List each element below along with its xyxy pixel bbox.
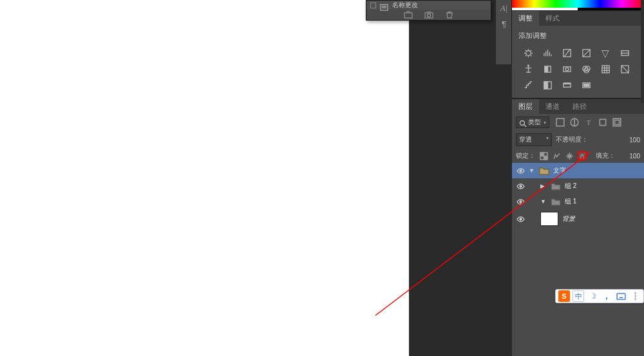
lock-position-icon[interactable] bbox=[565, 151, 574, 160]
punctuation-icon[interactable]: ， bbox=[601, 290, 612, 302]
document-icon bbox=[380, 2, 388, 9]
disclosure-triangle[interactable]: ▼ bbox=[529, 167, 535, 174]
disclosure-triangle[interactable]: ▼ bbox=[540, 198, 547, 205]
color-lookup-icon[interactable] bbox=[600, 64, 611, 74]
layer-name: 组 2 bbox=[565, 182, 576, 191]
snapshot-icon[interactable] bbox=[403, 11, 413, 19]
keyboard-icon[interactable] bbox=[615, 290, 627, 302]
tab-channels[interactable]: 通道 bbox=[539, 99, 566, 114]
folder-icon bbox=[539, 166, 549, 175]
selective-color-icon[interactable] bbox=[580, 80, 592, 90]
layer-list: ▼ 文字 ▶ 组 2 ▼ 组 1 bbox=[512, 163, 644, 229]
lock-all-icon[interactable] bbox=[578, 151, 587, 160]
paragraph-panel-icon[interactable]: ¶ bbox=[496, 16, 512, 32]
lock-transparency-icon[interactable] bbox=[539, 151, 548, 160]
filter-shape-icon[interactable] bbox=[598, 118, 607, 127]
layer-row-group-2[interactable]: ▶ 组 2 bbox=[512, 178, 644, 194]
filter-kind-label: 类型 bbox=[528, 118, 541, 127]
vertical-tool-strip: A| ¶ bbox=[496, 0, 512, 64]
svg-rect-12 bbox=[544, 66, 547, 72]
brightness-contrast-icon[interactable] bbox=[522, 48, 534, 58]
svg-point-30 bbox=[520, 121, 525, 126]
chevron-down-icon: ▾ bbox=[546, 135, 549, 144]
vibrance-icon[interactable]: ▽ bbox=[600, 48, 611, 58]
svg-rect-3 bbox=[404, 13, 412, 18]
ime-toolbar[interactable]: S 中 ☽ ， ┇ bbox=[555, 289, 644, 303]
filter-pixel-icon[interactable] bbox=[556, 118, 565, 127]
floating-panel-header[interactable]: 名称更改 bbox=[366, 1, 491, 10]
svg-point-5 bbox=[427, 14, 430, 17]
color-balance-icon[interactable] bbox=[522, 64, 534, 74]
disclosure-triangle[interactable]: ▶ bbox=[540, 183, 547, 189]
adjustments-label: 添加调整 bbox=[518, 31, 638, 41]
blend-mode-value: 穿透 bbox=[519, 135, 532, 144]
photo-filter-icon[interactable] bbox=[561, 64, 573, 74]
layer-row-background[interactable]: 背景 bbox=[512, 209, 644, 229]
floating-panel-title: 名称更改 bbox=[392, 1, 418, 10]
svg-point-42 bbox=[520, 185, 522, 187]
svg-point-41 bbox=[520, 170, 522, 172]
tab-styles[interactable]: 样式 bbox=[539, 11, 566, 26]
color-spectrum[interactable] bbox=[512, 0, 644, 8]
curves-icon[interactable] bbox=[561, 48, 573, 58]
trash-icon[interactable] bbox=[444, 11, 455, 19]
layer-name: 组 1 bbox=[565, 197, 576, 206]
adjustments-tabs: 调整 样式 bbox=[512, 10, 644, 26]
levels-icon[interactable] bbox=[542, 48, 553, 58]
camera-icon[interactable] bbox=[424, 11, 434, 19]
floating-panel: 名称更改 bbox=[366, 0, 491, 21]
posterize-icon[interactable] bbox=[522, 80, 534, 90]
fill-value[interactable]: 100 bbox=[629, 153, 640, 160]
svg-rect-38 bbox=[540, 153, 544, 156]
exposure-icon[interactable] bbox=[580, 48, 592, 58]
filter-smart-icon[interactable] bbox=[612, 118, 621, 127]
layers-tabs: 图层 通道 路径 bbox=[512, 98, 644, 114]
ime-menu-icon[interactable]: ┇ bbox=[629, 290, 641, 302]
visibility-toggle[interactable] bbox=[516, 166, 525, 175]
canvas-document[interactable] bbox=[0, 0, 409, 356]
tab-adjustments[interactable]: 调整 bbox=[512, 11, 539, 26]
lock-row: 锁定： 填充： 100 bbox=[512, 149, 644, 163]
blend-mode-dropdown[interactable]: 穿透 ▾ bbox=[516, 133, 552, 146]
character-panel-icon[interactable]: A| bbox=[496, 0, 512, 16]
svg-line-31 bbox=[524, 125, 526, 127]
layer-thumbnail bbox=[540, 212, 558, 226]
tab-layers[interactable]: 图层 bbox=[512, 99, 539, 114]
threshold-icon[interactable] bbox=[542, 80, 553, 90]
svg-rect-19 bbox=[601, 66, 609, 73]
lock-label: 锁定： bbox=[516, 151, 535, 160]
ime-lang-badge[interactable]: 中 bbox=[573, 290, 584, 302]
bw-icon[interactable] bbox=[542, 64, 553, 74]
svg-rect-34 bbox=[600, 119, 605, 125]
adjustments-panel: 添加调整 ▽ bbox=[512, 26, 644, 98]
folder-icon bbox=[551, 197, 561, 206]
opacity-value[interactable]: 100 bbox=[629, 136, 640, 144]
layer-name: 背景 bbox=[562, 214, 575, 223]
invert-icon[interactable] bbox=[619, 64, 630, 74]
svg-rect-36 bbox=[615, 120, 620, 125]
svg-rect-26 bbox=[544, 82, 547, 89]
tab-paths[interactable]: 路径 bbox=[566, 99, 593, 114]
layer-filter-row: 类型 ▾ T bbox=[512, 114, 644, 131]
visibility-toggle[interactable] bbox=[516, 214, 525, 223]
layer-row-group-1[interactable]: ▼ 组 1 bbox=[512, 194, 644, 209]
gradient-map-icon[interactable] bbox=[561, 80, 573, 90]
moon-icon[interactable]: ☽ bbox=[587, 290, 598, 302]
filter-kind-dropdown[interactable]: 类型 ▾ bbox=[516, 117, 549, 128]
chevron-down-icon: ▾ bbox=[544, 120, 546, 126]
svg-point-15 bbox=[565, 68, 569, 71]
visibility-toggle[interactable] bbox=[516, 182, 525, 191]
layer-row-group-text[interactable]: ▼ 文字 bbox=[512, 163, 644, 178]
hue-sat-icon[interactable] bbox=[619, 48, 630, 58]
channel-mixer-icon[interactable] bbox=[580, 64, 592, 74]
svg-point-6 bbox=[526, 51, 531, 56]
filter-type-icon[interactable]: T bbox=[584, 118, 593, 127]
lock-pixels-icon[interactable] bbox=[552, 151, 561, 160]
visibility-toggle[interactable] bbox=[516, 197, 525, 206]
svg-rect-13 bbox=[547, 66, 551, 72]
scrollbar[interactable] bbox=[641, 0, 644, 103]
fill-label: 填充： bbox=[596, 151, 615, 160]
ime-logo-icon[interactable]: S bbox=[558, 290, 570, 302]
filter-adjust-icon[interactable] bbox=[570, 118, 579, 127]
checkbox-icon[interactable] bbox=[370, 3, 376, 8]
